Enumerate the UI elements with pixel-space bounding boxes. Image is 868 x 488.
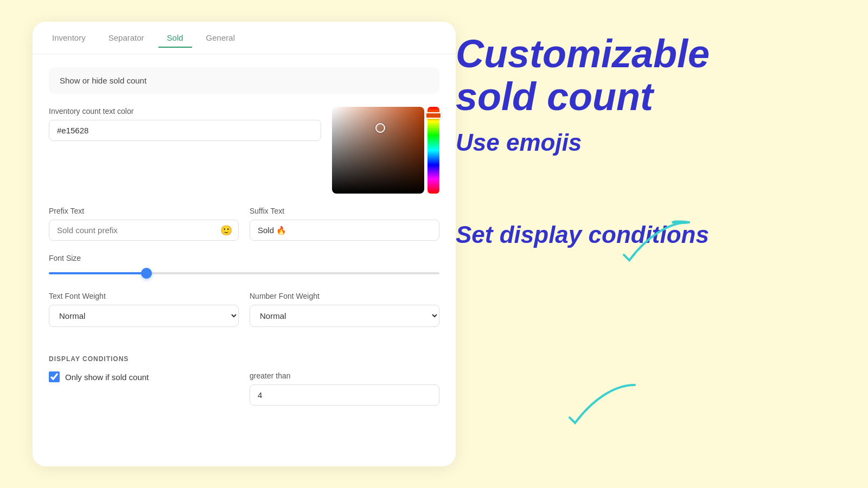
condition-row: Only show if sold count greater than bbox=[49, 371, 439, 406]
color-label: Inventory count text color bbox=[49, 107, 321, 115]
tab-sold[interactable]: Sold bbox=[158, 29, 192, 48]
slider-track bbox=[49, 272, 439, 274]
number-font-weight-label: Number Font Weight bbox=[250, 292, 439, 300]
display-conditions-section: DISPLAY CONDITIONS Only show if sold cou… bbox=[33, 355, 456, 406]
greater-than-label: greater than bbox=[250, 371, 439, 380]
arrow1-svg bbox=[613, 217, 700, 271]
text-font-weight-select[interactable]: Normal Bold Light bbox=[49, 305, 239, 327]
spectrum-handle[interactable] bbox=[425, 112, 442, 119]
prefix-input[interactable] bbox=[49, 220, 239, 241]
panel-body: Show or hide sold count Inventory count … bbox=[33, 54, 456, 355]
display-conditions-title: DISPLAY CONDITIONS bbox=[49, 355, 439, 363]
show-hide-label: Show or hide sold count bbox=[60, 76, 146, 85]
only-show-checkbox[interactable] bbox=[49, 371, 60, 382]
number-font-weight-select[interactable]: Normal Bold Light bbox=[250, 305, 439, 327]
greater-than-block: greater than bbox=[250, 371, 439, 406]
suffix-label: Suffix Text bbox=[250, 207, 439, 215]
only-show-text: Only show if sold count bbox=[65, 373, 149, 382]
tab-separator[interactable]: Separator bbox=[100, 29, 153, 48]
suffix-block: Suffix Text bbox=[250, 207, 439, 241]
prefix-block: Prefix Text 🙂 bbox=[49, 207, 239, 241]
headline-line1: Customizable bbox=[456, 33, 835, 75]
text-font-weight-block: Text Font Weight Normal Bold Light bbox=[49, 292, 239, 327]
tab-general[interactable]: General bbox=[197, 29, 244, 48]
sub-label-emojis: Use emojis bbox=[456, 129, 835, 156]
settings-panel: Inventory Separator Sold General Show or… bbox=[33, 22, 456, 466]
font-weight-section: Text Font Weight Normal Bold Light Numbe… bbox=[49, 292, 439, 327]
headline-line2: sold count bbox=[456, 75, 835, 118]
slider-thumb[interactable] bbox=[141, 268, 152, 279]
suffix-input-wrapper bbox=[250, 220, 439, 241]
prefix-suffix-row: Prefix Text 🙂 Suffix Text bbox=[49, 207, 439, 241]
color-picker-area bbox=[332, 107, 439, 194]
color-hex-input[interactable] bbox=[49, 120, 321, 141]
tab-bar: Inventory Separator Sold General bbox=[33, 22, 456, 54]
suffix-input[interactable] bbox=[250, 220, 439, 241]
color-picker-dot[interactable] bbox=[375, 123, 385, 133]
color-input-block: Inventory count text color bbox=[49, 107, 321, 194]
emoji-icon[interactable]: 🙂 bbox=[220, 224, 232, 236]
text-font-weight-label: Text Font Weight bbox=[49, 292, 239, 300]
prefix-input-wrapper: 🙂 bbox=[49, 220, 239, 241]
headline: Customizable sold count bbox=[456, 33, 835, 118]
right-panel: Customizable sold count Use emojis Set d… bbox=[456, 33, 835, 248]
font-size-label: Font Size bbox=[49, 254, 439, 262]
color-gradient-box[interactable] bbox=[332, 107, 424, 194]
prefix-label: Prefix Text bbox=[49, 207, 239, 215]
color-section: Inventory count text color bbox=[49, 107, 439, 194]
color-spectrum-bar[interactable] bbox=[427, 107, 439, 194]
arrow2-svg bbox=[564, 380, 651, 434]
show-hide-row: Show or hide sold count bbox=[49, 67, 439, 94]
only-show-label[interactable]: Only show if sold count bbox=[49, 371, 239, 382]
font-size-section: Font Size bbox=[49, 254, 439, 279]
number-font-weight-block: Number Font Weight Normal Bold Light bbox=[250, 292, 439, 327]
font-size-slider-container bbox=[49, 268, 439, 279]
tab-inventory[interactable]: Inventory bbox=[43, 29, 94, 48]
slider-fill bbox=[49, 272, 146, 274]
greater-than-input[interactable] bbox=[250, 384, 439, 406]
